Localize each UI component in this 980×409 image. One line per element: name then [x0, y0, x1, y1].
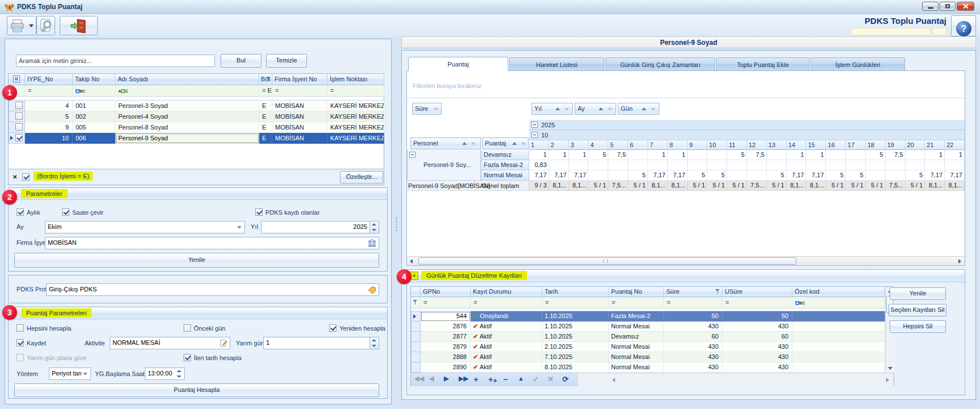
cell[interactable]: 2876 [421, 322, 471, 332]
tab-puantaj[interactable]: Puantaj [408, 57, 508, 71]
cell[interactable]: 001 [73, 101, 115, 111]
nav-remove-icon[interactable]: − [503, 375, 508, 384]
pivot-field-sure[interactable]: Süre [412, 103, 442, 115]
cell[interactable]: 8.10.2025 [542, 362, 609, 373]
pivot-day-header[interactable]: 14 [787, 140, 807, 150]
cell[interactable]: 002 [73, 111, 115, 122]
pivot-field-puantaj[interactable]: Puantaj [482, 137, 529, 149]
tag-icon[interactable] [367, 286, 376, 294]
cell[interactable]: Personel-4 Soyad [115, 111, 259, 122]
nav-prev-icon[interactable]: ◀ [429, 375, 434, 382]
search-input[interactable] [16, 55, 215, 67]
pivot-field-gün[interactable]: Gün [618, 103, 659, 115]
pivot-row-label[interactable]: Fazla Mesai-2 [481, 160, 529, 170]
pivot-day-header[interactable]: 6 [628, 140, 648, 150]
cell[interactable]: ✔ Aktif [471, 362, 542, 373]
sort-asc-icon[interactable] [642, 107, 646, 110]
row-checkbox[interactable] [15, 123, 23, 131]
row-body[interactable]: 4001Personel-3 SoyadEMOBİSANKAYSERİ MERK… [25, 101, 384, 111]
cell[interactable]: Normal Mesai [609, 352, 664, 362]
table-row[interactable]: 9005Personel-8 SoyadEMOBİSANKAYSERİ MERK… [9, 122, 384, 133]
row-checkbox[interactable] [15, 134, 23, 141]
cell[interactable]: Personel-3 Soyad [115, 101, 259, 111]
filter-dropdown-icon[interactable] [564, 108, 569, 111]
cell[interactable]: KAYSERİ MERKEZ [327, 111, 384, 122]
cell[interactable]: 430 [664, 362, 722, 373]
cell[interactable]: Personel-8 Soyad [115, 122, 259, 133]
pivot-day-header[interactable]: 16 [826, 140, 846, 150]
print-button[interactable] [7, 16, 36, 35]
pivot-row-label[interactable]: Devamsız [481, 150, 529, 160]
column-header-takip-no[interactable]: Takip No [73, 74, 115, 85]
nav-commit-icon[interactable]: ✓ [533, 375, 539, 383]
pivot-day-header[interactable]: 18 [866, 140, 886, 150]
nav-refresh-icon[interactable]: ⟳ [562, 375, 568, 383]
saate-cevir-checkbox[interactable] [62, 208, 69, 216]
clear-button[interactable]: Temizle [266, 54, 307, 68]
cell[interactable] [792, 311, 885, 322]
pivot-row-label[interactable]: Normal Mesai [481, 170, 529, 181]
row-body[interactable]: 10006Personel-9 SoyadEMOBİSANKAYSERİ MER… [25, 133, 384, 144]
filter-enabled-checkbox[interactable] [22, 173, 30, 181]
nav-first-icon[interactable]: ◀◀ [414, 375, 424, 382]
column-header-usüre[interactable]: USüre [722, 287, 792, 297]
filter-dropdown-icon[interactable] [608, 108, 612, 111]
collapse-minus-icon[interactable] [531, 132, 538, 138]
row-body[interactable]: 2890✔ Aktif8.10.2025Normal Mesai430430 [421, 362, 885, 373]
cell[interactable]: 430 [722, 362, 792, 373]
cell[interactable]: 9 [25, 122, 73, 133]
nav-last-icon[interactable]: ▶▶ [459, 375, 468, 382]
scroll-right-icon[interactable] [886, 378, 889, 382]
cell[interactable]: 50 [664, 311, 722, 322]
aktivite-input[interactable]: NORMAL MESAİ [110, 337, 230, 349]
table-row[interactable]: 2879✔ Aktif2.10.2025Normal Mesai430430 [411, 342, 885, 352]
filter-cell[interactable]: = [722, 297, 792, 308]
puantaj-hesapla-button[interactable]: Puantaj Hesapla [14, 383, 379, 397]
column-header-tarih[interactable]: Tarih [542, 287, 609, 297]
cell[interactable]: 10 [25, 133, 73, 144]
cell[interactable]: 2.10.2025 [542, 342, 609, 352]
cell[interactable]: ✔ Aktif [471, 322, 542, 332]
yil-spinner[interactable] [369, 222, 379, 233]
pivot-day-header[interactable]: 9 [688, 140, 708, 150]
filter-cell[interactable]: = [609, 297, 664, 308]
nav-add-multi-icon[interactable]: +₊ [488, 375, 497, 384]
ay-select[interactable]: Ekim [45, 221, 245, 233]
row-body[interactable]: 2877✔ Aktif1.10.2025Devamsız6060 [421, 332, 885, 342]
minimize-button[interactable] [922, 2, 939, 11]
cell[interactable]: 7.10.2025 [542, 352, 609, 362]
exit-button[interactable] [60, 16, 98, 35]
pivot-day-header[interactable]: 4 [588, 140, 608, 150]
cell[interactable]: 50 [722, 311, 792, 322]
table-row[interactable]: 544✔ Onaylandı1.10.2025Fazla Mesai-25050 [411, 311, 885, 322]
cell[interactable] [792, 342, 885, 352]
filter-cell[interactable]: = E [259, 85, 272, 97]
nav-add-icon[interactable]: + [474, 375, 478, 384]
filter-dropdown-icon[interactable] [521, 143, 526, 145]
pivot-row-group-cell[interactable]: Personel-9 Soy... [407, 150, 481, 181]
pdks-profili-input[interactable]: Giriş-Çıkış PDKS [46, 283, 379, 296]
row-body[interactable]: 2876✔ Aktif1.10.2025Normal Mesai430430 [421, 322, 885, 332]
cell[interactable]: 1.10.2025 [542, 322, 609, 332]
pivot-day-header[interactable]: 3 [569, 140, 589, 150]
left-grid-filter-row[interactable]: =ABCABC= E== [9, 85, 384, 97]
cell[interactable]: E [259, 122, 272, 133]
sort-asc-icon[interactable] [512, 142, 517, 145]
cell[interactable]: MOBİSAN [272, 111, 327, 122]
maximize-button[interactable] [940, 2, 956, 11]
hepsini-checkbox[interactable] [16, 324, 24, 332]
pivot-day-header[interactable]: 10 [707, 140, 727, 150]
cell[interactable]: 006 [73, 133, 115, 144]
filter-cell[interactable]: = [664, 297, 722, 308]
cell[interactable]: 430 [664, 322, 722, 332]
cell[interactable]: Normal Mesai [609, 342, 664, 352]
cell[interactable]: Devamsız [609, 332, 664, 342]
delete-all-button[interactable]: Hepsini Sil [890, 320, 946, 333]
cell[interactable]: 1.10.2025 [542, 311, 609, 322]
pivot-day-header[interactable]: 1 [529, 140, 549, 150]
sort-asc-icon[interactable] [599, 107, 603, 110]
cell[interactable]: 430 [722, 352, 792, 362]
filter-cell[interactable]: ABC [792, 297, 885, 308]
company-building-icon[interactable] [368, 239, 376, 247]
tab-günlük-giriş-çıkış-zamanları[interactable]: Günlük Giriş Çıkış Zamanları [605, 57, 715, 71]
